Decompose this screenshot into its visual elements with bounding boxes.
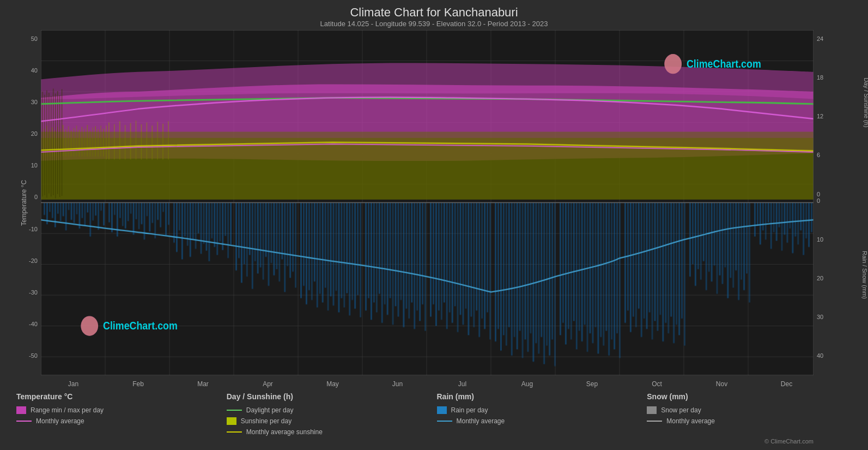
svg-rect-185 <box>365 203 367 311</box>
svg-rect-299 <box>684 203 685 346</box>
y-right-tick-18: 18 <box>817 74 857 81</box>
legend-title-temperature: Temperature °C <box>16 392 227 401</box>
svg-rect-116 <box>168 203 169 225</box>
svg-rect-76 <box>57 203 59 214</box>
svg-rect-89 <box>92 203 94 221</box>
x-tick-jun: Jun <box>365 380 430 388</box>
svg-rect-343 <box>808 203 810 247</box>
svg-rect-320 <box>743 203 745 291</box>
svg-rect-99 <box>122 203 124 226</box>
svg-rect-86 <box>84 203 86 226</box>
svg-rect-75 <box>54 203 56 227</box>
legend-label-sunshine: Sunshine per day <box>241 417 292 425</box>
svg-rect-286 <box>649 203 651 313</box>
svg-rect-315 <box>730 203 731 278</box>
svg-rect-131 <box>211 203 213 239</box>
svg-rect-226 <box>478 203 480 337</box>
svg-rect-182 <box>354 203 356 309</box>
y-right-rain-30: 30 <box>817 314 857 320</box>
svg-rect-120 <box>181 203 183 260</box>
svg-rect-232 <box>497 203 499 329</box>
svg-rect-313 <box>724 203 726 268</box>
svg-rect-312 <box>721 203 723 284</box>
svg-rect-186 <box>368 203 369 298</box>
svg-rect-154 <box>276 203 277 269</box>
svg-rect-329 <box>770 203 772 249</box>
svg-rect-156 <box>281 203 283 260</box>
legend-label-temp-range: Range min / max per day <box>31 406 104 414</box>
x-tick-mar: Mar <box>171 380 235 388</box>
x-tick-aug: Aug <box>495 380 560 388</box>
legend-title-rain: Rain (mm) <box>437 392 647 401</box>
svg-rect-206 <box>422 203 423 305</box>
legend-swatch-rain-day <box>437 406 447 414</box>
svg-rect-121 <box>184 203 186 237</box>
svg-rect-237 <box>511 203 513 356</box>
svg-rect-155 <box>278 203 280 282</box>
svg-rect-240 <box>519 203 521 331</box>
svg-rect-195 <box>392 203 394 325</box>
legend-item-rain-avg: Monthly average <box>437 417 647 425</box>
svg-rect-298 <box>681 203 683 319</box>
svg-rect-274 <box>614 203 615 350</box>
legend-label-rain-day: Rain per day <box>451 406 488 414</box>
svg-rect-255 <box>562 203 564 323</box>
svg-rect-74 <box>52 203 53 218</box>
x-tick-may: May <box>300 380 365 388</box>
legend-line-rain-avg <box>437 421 452 422</box>
svg-rect-133 <box>216 203 218 255</box>
svg-rect-157 <box>284 203 286 292</box>
svg-rect-322 <box>749 203 750 303</box>
legend-col-sunshine: Day / Sunshine (h) Daylight per day Suns… <box>227 392 437 436</box>
svg-rect-294 <box>670 203 672 317</box>
svg-rect-124 <box>192 203 194 240</box>
svg-rect-279 <box>630 203 632 332</box>
legend-item-snow-day: Snow per day <box>647 406 857 414</box>
svg-rect-77 <box>60 203 62 221</box>
svg-rect-82 <box>73 203 75 223</box>
svg-rect-207 <box>424 203 426 331</box>
copyright: © ClimeChart.com <box>11 438 814 445</box>
svg-rect-247 <box>538 203 539 354</box>
svg-rect-79 <box>65 203 67 231</box>
svg-rect-180 <box>349 203 350 316</box>
svg-rect-167 <box>314 203 315 282</box>
svg-rect-318 <box>738 203 739 301</box>
svg-rect-337 <box>792 203 793 254</box>
svg-rect-276 <box>619 203 621 358</box>
svg-rect-260 <box>576 203 578 350</box>
svg-rect-314 <box>727 203 729 298</box>
svg-rect-107 <box>143 203 145 240</box>
svg-rect-266 <box>592 203 593 344</box>
svg-rect-253 <box>554 203 556 367</box>
legend-item-rain-day: Rain per day <box>437 406 647 414</box>
x-tick-oct: Oct <box>624 380 689 388</box>
svg-rect-233 <box>500 203 502 351</box>
svg-rect-328 <box>768 203 769 223</box>
svg-rect-162 <box>300 203 302 298</box>
svg-rect-325 <box>760 203 761 245</box>
svg-rect-257 <box>568 203 569 329</box>
svg-rect-259 <box>573 203 575 321</box>
svg-rect-287 <box>652 203 653 340</box>
svg-rect-224 <box>473 203 475 327</box>
legend-swatch-temp-range <box>16 406 26 414</box>
svg-rect-326 <box>762 203 764 231</box>
svg-rect-143 <box>246 203 248 277</box>
chart-area: ClimeChart.com ClimeChart.com <box>41 30 814 375</box>
legend-label-rain-avg: Monthly average <box>457 417 505 425</box>
svg-rect-272 <box>608 203 610 356</box>
svg-rect-220 <box>462 203 464 325</box>
svg-rect-258 <box>570 203 572 340</box>
legend-line-daylight <box>227 410 242 411</box>
svg-rect-147 <box>257 203 259 274</box>
page-wrapper: Climate Chart for Kanchanaburi Latitude … <box>0 0 868 450</box>
svg-rect-282 <box>638 203 640 309</box>
legend-col-rain: Rain (mm) Rain per day Monthly average <box>437 392 647 436</box>
svg-rect-176 <box>338 203 339 313</box>
legend-item-temp-avg: Monthly average <box>16 417 227 425</box>
svg-rect-71 <box>44 203 45 215</box>
svg-rect-108 <box>146 203 148 217</box>
svg-rect-241 <box>522 203 524 358</box>
svg-rect-270 <box>603 203 604 346</box>
